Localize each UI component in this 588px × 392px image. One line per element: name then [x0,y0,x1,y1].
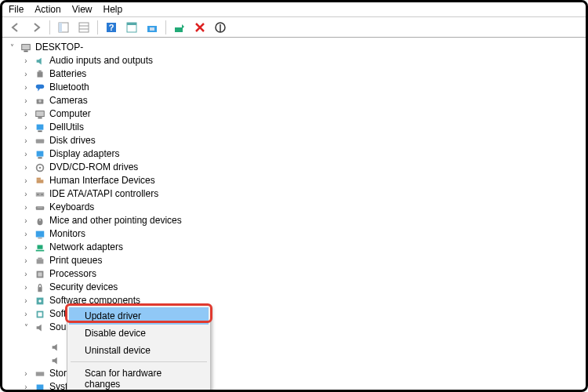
svg-rect-30 [36,192,45,196]
expand-icon[interactable]: › [21,54,31,67]
expand-icon[interactable]: › [21,307,31,321]
menu-action[interactable]: Action [34,4,60,15]
expand-icon[interactable]: › [21,67,31,81]
expand-icon[interactable]: › [21,241,31,254]
details-icon[interactable] [75,20,93,35]
svg-rect-24 [37,151,44,156]
menu-help[interactable]: Help [103,4,123,15]
svg-rect-15 [38,71,43,77]
svg-point-18 [38,100,42,103]
tree-category-label: DVD/CD-ROM drives [49,161,138,174]
expand-icon[interactable]: › [21,134,31,147]
tree-root[interactable]: ˅ DESKTOP- [7,41,586,54]
tree-category[interactable]: ›Processors [21,267,586,281]
tree-category[interactable]: ›Print queues [21,254,586,267]
tree-category[interactable]: ›Computer [21,107,586,121]
tree-category-label: Audio inputs and outputs [49,54,153,67]
svg-rect-29 [37,177,41,180]
ctx-uninstall-device[interactable]: Uninstall device [69,342,209,359]
category-icon [34,256,46,267]
expand-icon[interactable]: › [21,147,31,161]
expand-icon[interactable]: › [21,81,31,94]
expand-icon[interactable]: › [21,227,31,241]
category-icon [34,82,46,93]
expand-icon[interactable]: › [21,367,31,380]
computer-icon [20,42,32,53]
expand-icon[interactable]: › [21,281,31,294]
tree-root-label: DESKTOP- [35,41,83,54]
tree-category[interactable]: ›Mice and other pointing devices [21,214,586,227]
tree-category[interactable]: ›Security devices [21,281,586,294]
svg-point-27 [39,166,42,169]
svg-point-47 [38,299,42,303]
menu-file[interactable]: File [9,4,24,15]
menu-view[interactable]: View [72,4,93,15]
tree-category[interactable]: ›Disk drives [21,134,586,147]
update-driver-icon[interactable] [171,20,188,35]
uninstall-icon[interactable] [191,20,209,35]
svg-point-31 [38,194,39,195]
svg-rect-19 [36,111,45,116]
expand-icon[interactable]: › [21,267,31,281]
expand-icon[interactable]: › [21,380,31,392]
ctx-update-driver[interactable]: Update driver [69,307,209,325]
help-icon[interactable]: ? [103,20,120,35]
svg-rect-38 [38,238,42,238]
tree-category-label: IDE ATA/ATAPI controllers [49,187,158,201]
svg-rect-36 [39,218,41,221]
show-hide-icon[interactable] [55,20,72,35]
tree-category-label: Print queues [49,254,102,267]
tree-category[interactable]: ›DellUtils [21,121,586,134]
svg-point-32 [42,194,43,195]
tree-category-label: Stor [49,367,67,380]
tree-category[interactable]: ›Network adapters [21,241,586,254]
expand-icon[interactable]: › [21,161,31,174]
expand-icon[interactable]: › [21,174,31,187]
category-icon [34,242,46,253]
scan-icon[interactable] [143,20,161,35]
category-icon [34,202,46,213]
properties-icon[interactable] [123,20,140,35]
tree-category[interactable]: ›Human Interface Devices [21,174,586,187]
svg-rect-20 [38,117,42,118]
expand-icon[interactable]: › [21,294,31,307]
svg-rect-49 [38,312,42,316]
category-icon [34,122,46,133]
expand-icon[interactable]: › [21,254,31,267]
svg-rect-42 [38,257,42,259]
svg-rect-44 [38,272,42,276]
category-icon [34,382,46,393]
category-icon [34,309,46,320]
disable-icon[interactable] [212,20,229,35]
tree-category[interactable]: ›Keyboards [21,201,586,214]
back-icon[interactable] [7,20,24,35]
expand-icon[interactable]: › [21,187,31,201]
svg-rect-8 [127,23,136,25]
category-icon [34,56,46,67]
ctx-scan-hardware[interactable]: Scan for hardware changes [69,365,209,392]
tree-category[interactable]: ›Bluetooth [21,81,586,94]
tree-category-label: Display adapters [49,147,119,161]
collapse-icon[interactable]: ˅ [21,321,31,334]
expand-icon[interactable]: › [21,121,31,134]
ctx-disable-device[interactable]: Disable device [69,325,209,342]
svg-rect-51 [37,384,44,390]
expand-icon[interactable]: › [21,201,31,214]
forward-icon[interactable] [27,20,45,35]
tree-category[interactable]: ›IDE ATA/ATAPI controllers [21,187,586,201]
expand-icon[interactable]: › [21,214,31,227]
tree-category[interactable]: ›Batteries [21,67,586,81]
tree-category[interactable]: ›Cameras [21,94,586,107]
svg-rect-45 [38,287,42,292]
tree-category[interactable]: ›Display adapters [21,147,586,161]
category-icon [34,368,46,379]
expand-icon[interactable]: › [21,94,31,107]
expand-icon[interactable]: › [21,107,31,121]
svg-rect-14 [24,50,27,52]
tree-category[interactable]: ›DVD/CD-ROM drives [21,161,586,174]
tree-category[interactable]: ›Audio inputs and outputs [21,54,586,67]
svg-rect-39 [38,245,43,249]
tree-category-label: Security devices [49,281,118,294]
collapse-icon[interactable]: ˅ [7,41,16,54]
tree-category[interactable]: ›Monitors [21,227,586,241]
